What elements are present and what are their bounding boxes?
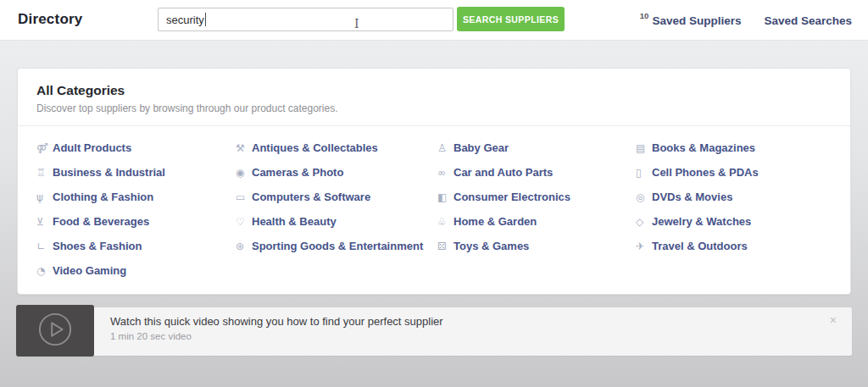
search-input[interactable] xyxy=(158,8,453,31)
category-label: Home & Garden xyxy=(453,215,537,228)
top-links: 10 Saved Suppliers Saved Searches xyxy=(640,0,852,41)
saved-searches-label: Saved Searches xyxy=(764,14,852,27)
saved-suppliers-label: Saved Suppliers xyxy=(652,14,741,27)
category-business-industrial[interactable]: ♖Business & Industrial xyxy=(36,166,236,179)
video-banner: Watch this quick video showing you how t… xyxy=(16,307,852,356)
category-label: Baby Gear xyxy=(453,141,509,154)
search-suppliers-button[interactable]: SEARCH SUPPLIERS xyxy=(457,7,565,31)
category-cell-phones-pdas[interactable]: ▯Cell Phones & PDAs xyxy=(636,166,832,179)
category-adult-products[interactable]: ⚤Adult Products xyxy=(36,141,236,154)
dvds-movies-icon: ◎ xyxy=(636,191,652,203)
toys-games-icon: ⚄ xyxy=(437,240,453,252)
category-label: Travel & Outdoors xyxy=(652,240,748,252)
category-label: Business & Industrial xyxy=(53,166,165,179)
video-thumbnail[interactable] xyxy=(16,305,94,357)
category-video-gaming[interactable]: ◔Video Gaming xyxy=(36,264,236,277)
top-bar: Directory I SEARCH SUPPLIERS 10 Saved Su… xyxy=(0,0,868,41)
category-label: Antiques & Collectables xyxy=(252,141,378,154)
category-label: Adult Products xyxy=(53,141,131,154)
category-food-beverages[interactable]: ⊻Food & Beverages xyxy=(36,215,236,228)
category-label: Health & Beauty xyxy=(252,215,337,228)
video-gaming-icon: ◔ xyxy=(36,265,53,277)
books-magazines-icon: ▤ xyxy=(636,142,652,154)
category-label: Video Gaming xyxy=(53,264,126,277)
category-consumer-electronics[interactable]: ◧Consumer Electronics xyxy=(437,191,636,203)
play-icon xyxy=(37,312,73,351)
saved-suppliers-count-badge: 10 xyxy=(640,11,649,20)
business-industrial-icon: ♖ xyxy=(36,167,53,179)
ibeam-mouse-cursor: I xyxy=(354,17,359,30)
all-categories-panel: All Categories Discover top suppliers by… xyxy=(17,68,851,295)
category-label: Cameras & Photo xyxy=(252,166,343,179)
category-jewelry-watches[interactable]: ◇Jewelry & Watches xyxy=(636,215,832,228)
category-label: Clothing & Fashion xyxy=(53,191,153,203)
car-auto-parts-icon: ∞ xyxy=(437,167,453,179)
category-health-beauty[interactable]: ♡Health & Beauty xyxy=(236,215,437,228)
category-label: Sporting Goods & Entertainment xyxy=(252,240,423,252)
category-label: Consumer Electronics xyxy=(453,191,570,203)
category-cameras-photo[interactable]: ◉Cameras & Photo xyxy=(236,166,437,179)
category-travel-outdoors[interactable]: ✈Travel & Outdoors xyxy=(636,240,832,252)
category-home-garden[interactable]: ♧Home & Garden xyxy=(437,215,636,228)
health-beauty-icon: ♡ xyxy=(236,216,252,228)
clothing-fashion-icon: ψ xyxy=(36,191,53,203)
saved-suppliers-link[interactable]: 10 Saved Suppliers xyxy=(640,14,742,27)
panel-header: All Categories Discover top suppliers by… xyxy=(18,69,850,126)
category-car-auto-parts[interactable]: ∞Car and Auto Parts xyxy=(437,166,636,179)
panel-subtitle: Discover top suppliers by browsing throu… xyxy=(36,102,832,114)
shoes-fashion-icon: ∟ xyxy=(36,240,53,252)
text-caret xyxy=(205,13,206,26)
computers-software-icon: ▭ xyxy=(236,191,252,203)
food-beverages-icon: ⊻ xyxy=(36,216,53,228)
category-books-magazines[interactable]: ▤Books & Magazines xyxy=(636,141,832,154)
category-toys-games[interactable]: ⚄Toys & Games xyxy=(437,240,636,252)
category-shoes-fashion[interactable]: ∟Shoes & Fashion xyxy=(36,240,236,252)
category-label: Toys & Games xyxy=(453,240,529,252)
category-label: Food & Beverages xyxy=(53,215,149,228)
category-dvds-movies[interactable]: ◎DVDs & Movies xyxy=(636,191,832,203)
category-label: Car and Auto Parts xyxy=(453,166,553,179)
home-garden-icon: ♧ xyxy=(437,216,453,228)
categories-grid: ⚤Adult Products⚒Antiques & Collectables♙… xyxy=(18,126,850,283)
close-icon[interactable]: × xyxy=(830,314,837,326)
consumer-electronics-icon: ◧ xyxy=(437,191,453,203)
antiques-collectables-icon: ⚒ xyxy=(236,142,252,154)
video-duration: 1 min 20 sec video xyxy=(110,331,443,341)
adult-products-icon: ⚤ xyxy=(36,142,53,154)
category-clothing-fashion[interactable]: ψClothing & Fashion xyxy=(36,191,236,203)
category-baby-gear[interactable]: ♙Baby Gear xyxy=(437,141,636,154)
cell-phones-pdas-icon: ▯ xyxy=(636,167,652,179)
cameras-photo-icon: ◉ xyxy=(236,167,252,179)
panel-title: All Categories xyxy=(36,83,832,98)
video-banner-title: Watch this quick video showing you how t… xyxy=(110,315,443,328)
page-title: Directory xyxy=(18,11,82,28)
category-sporting-goods-entertainment[interactable]: ⊛Sporting Goods & Entertainment xyxy=(236,240,437,252)
category-label: DVDs & Movies xyxy=(652,191,732,203)
category-label: Shoes & Fashion xyxy=(53,240,142,252)
category-antiques-collectables[interactable]: ⚒Antiques & Collectables xyxy=(236,141,437,154)
category-label: Computers & Software xyxy=(252,191,370,203)
category-label: Jewelry & Watches xyxy=(652,215,751,228)
video-banner-text: Watch this quick video showing you how t… xyxy=(110,315,443,341)
sporting-goods-entertainment-icon: ⊛ xyxy=(236,240,252,252)
jewelry-watches-icon: ◇ xyxy=(636,216,652,228)
category-label: Cell Phones & PDAs xyxy=(652,166,759,179)
saved-searches-link[interactable]: Saved Searches xyxy=(764,14,852,27)
travel-outdoors-icon: ✈ xyxy=(636,240,652,252)
category-computers-software[interactable]: ▭Computers & Software xyxy=(236,191,437,203)
category-label: Books & Magazines xyxy=(652,141,755,154)
baby-gear-icon: ♙ xyxy=(437,142,453,154)
